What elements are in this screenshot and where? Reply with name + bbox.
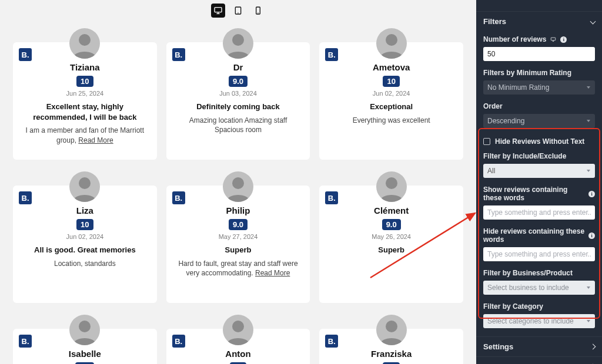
section-label: Settings [483,342,513,351]
avatar [376,28,407,59]
review-card: B.Philip9.0May 27, 2024SuperbHard to fau… [166,186,310,303]
avatar [69,28,100,59]
source-badge[interactable]: B. [19,335,32,348]
hide-no-text-checkbox[interactable] [483,138,490,145]
order-field: Descending [476,113,602,132]
review-title: Exceptional [327,102,455,112]
read-more-link[interactable]: Read More [78,136,113,144]
review-title: Superb [175,245,302,255]
label-text: Hide reviews containing these words [483,227,585,244]
info-icon[interactable]: i [588,232,595,239]
num-reviews-label: Number of reviews i [476,31,602,46]
svg-point-5 [79,34,91,46]
label-text: Filters by Minimum Rating [483,69,571,77]
avatar [69,315,100,345]
label-text: Show reviews containing these words [483,186,585,202]
source-badge[interactable]: B. [19,48,32,61]
show-words-field [476,204,602,223]
source-badge[interactable]: B. [325,48,338,61]
review-title: Superb [327,245,455,255]
info-icon[interactable]: i [588,191,595,197]
review-date: May 27, 2024 [175,233,302,240]
source-badge[interactable]: B. [325,191,338,204]
filter-category-select[interactable]: Select categories to include [483,314,595,328]
device-tablet-button[interactable] [231,4,245,18]
review-card: B.Ametova10Jun 02, 2024ExceptionalEveryt… [319,42,463,160]
filter-category-label: Filter by Category [476,298,602,313]
avatar [376,315,407,345]
review-body: Everything was excellent [327,116,455,126]
svg-point-9 [232,177,244,189]
review-card: B.Dr9.0Jun 03, 2024Definitely coming bac… [166,42,310,160]
svg-point-8 [79,177,91,189]
section-label: Filters [483,17,506,26]
hide-words-label: Hide reviews containing these words i [476,223,602,246]
incexc-select[interactable]: All [483,164,595,178]
tablet-icon [233,6,243,15]
num-reviews-field [476,46,602,65]
filter-business-select[interactable]: Select business to include [483,281,595,295]
review-body: Hard to fault, great stay and staff were… [175,259,302,279]
hide-no-text-row[interactable]: Hide Reviews Without Text [476,132,602,148]
source-badge[interactable]: B. [19,191,32,204]
chevron-right-icon [590,344,596,350]
review-date: Jun 02, 2024 [21,233,149,240]
svg-point-2 [238,12,238,13]
reviewer-name: Ametova [327,62,455,72]
show-words-label: Show reviews containing these words i [476,181,602,204]
review-date: Jun 25, 2024 [21,90,149,97]
avatar [376,171,407,202]
review-title: All is good. Great memories [21,245,149,255]
reviewer-name: Anton [175,349,302,359]
review-card: B.Liza10Jun 02, 2024All is good. Great m… [13,186,157,303]
source-badge[interactable]: B. [172,335,185,348]
mobile-icon [253,6,263,15]
review-card: B.Clément9.0May 26, 2024Superb [319,186,463,303]
filter-business-field: Select business to include [476,279,602,298]
label-text: Order [483,102,503,110]
reviewer-name: Dr [175,62,302,72]
review-date: Jun 02, 2024 [327,90,455,97]
label-text: Hide Reviews Without Text [495,137,584,146]
read-more-link[interactable]: Read More [255,269,290,277]
min-rating-field: No Minimum Rating [476,79,602,98]
sidebar-section-header[interactable]: Header [476,356,602,364]
label-text: Filter by Category [483,302,543,311]
source-badge[interactable]: B. [325,335,338,348]
source-badge[interactable]: B. [172,191,185,204]
avatar [223,315,253,345]
svg-point-13 [386,321,397,332]
sidebar-section-template[interactable]: Template [476,0,602,11]
order-label: Order [476,98,602,113]
device-mobile-button[interactable] [251,4,265,18]
order-select[interactable]: Descending [483,114,595,128]
main-preview: B.Tiziana10Jun 25, 2024Excellent stay, h… [0,0,476,364]
review-card: B.Franziska10 [319,329,463,364]
svg-rect-0 [215,8,222,12]
review-card: B.Isabelle8.0May 17, 2024 [13,329,157,364]
info-icon[interactable]: i [560,36,567,43]
score-badge: 9.0 [382,219,401,230]
svg-point-7 [386,34,397,46]
source-badge[interactable]: B. [172,48,185,61]
show-words-input[interactable] [483,205,595,220]
label-text: Number of reviews [483,35,546,43]
score-badge: 9.0 [229,219,248,230]
hide-words-input[interactable] [483,247,595,261]
device-desktop-button[interactable] [211,4,225,18]
review-card: B.Tiziana10Jun 25, 2024Excellent stay, h… [13,42,157,160]
reviews-grid: B.Tiziana10Jun 25, 2024Excellent stay, h… [11,23,466,364]
reviewer-name: Isabelle [21,349,149,359]
sidebar-section-filters[interactable]: Filters [476,11,602,31]
svg-point-10 [386,177,397,189]
min-rating-select[interactable]: No Minimum Rating [483,80,595,95]
device-bar [11,0,466,23]
sidebar-section-settings[interactable]: Settings [476,336,602,356]
svg-point-11 [79,321,91,332]
num-reviews-input[interactable] [483,47,595,61]
label-text: Filter by Include/Exclude [483,152,566,160]
reviewer-name: Philip [175,205,302,215]
svg-point-12 [232,321,244,332]
incexc-label: Filter by Include/Exclude [476,148,602,163]
filter-category-field: Select categories to include [476,313,602,336]
